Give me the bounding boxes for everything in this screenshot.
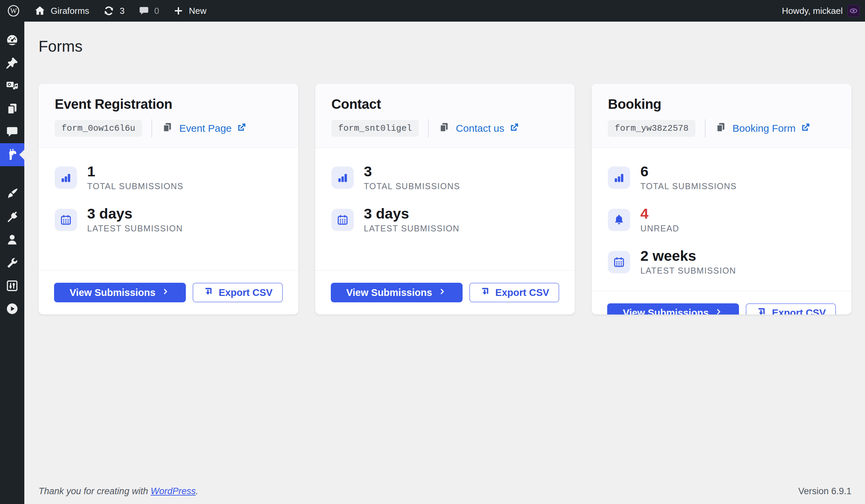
form-card-contact: Contact form_snt0ligel Contact us [315, 84, 575, 315]
stat-value: 3 days [364, 207, 460, 221]
sidebar-item-posts[interactable] [0, 51, 24, 74]
home-icon [34, 5, 46, 17]
download-icon [203, 286, 214, 299]
stat-unread: 4 UNREAD [608, 207, 835, 233]
pages-icon [5, 102, 19, 116]
plus-icon [173, 5, 184, 16]
card-footer: View Submissions Export CSV [592, 291, 852, 315]
stat-value: 6 [640, 164, 737, 179]
comments-menu[interactable]: 0 [131, 0, 166, 22]
main-content: Forms Event Registration form_0ow1c6l6u [24, 22, 865, 504]
dashboard-gauge-icon [5, 33, 19, 47]
calendar-icon [608, 251, 630, 273]
card-meta: form_yw38z2578 Booking Form [608, 119, 835, 138]
external-link-icon [800, 122, 811, 135]
footer-thanks-text: Thank you for creating with WordPress. [38, 486, 198, 496]
comment-bubble-icon [138, 5, 150, 16]
sidebar-item-appearance[interactable] [0, 183, 24, 206]
new-menu[interactable]: New [166, 0, 213, 22]
card-title: Event Registration [55, 97, 282, 112]
calendar-icon [55, 209, 77, 231]
wordpress-logo-menu[interactable]: W [0, 0, 27, 22]
view-submissions-button[interactable]: View Submissions [331, 283, 463, 302]
stat-value: 1 [87, 164, 184, 179]
meta-divider [705, 119, 705, 138]
site-menu[interactable]: Giraforms [27, 0, 96, 22]
sidebar-item-settings[interactable] [0, 274, 24, 297]
sidebar-item-comments[interactable] [0, 120, 24, 143]
sidebar-item-tools[interactable] [0, 251, 24, 274]
export-csv-label: Export CSV [495, 287, 550, 298]
form-id-badge: form_snt0ligel [332, 120, 419, 137]
stat-value: 3 days [87, 207, 183, 221]
bar-chart-icon [332, 166, 354, 189]
card-title: Contact [332, 97, 559, 112]
pages-icon [715, 121, 726, 136]
paintbrush-icon [5, 187, 19, 201]
play-circle-icon [5, 302, 19, 316]
page-footer: Thank you for creating with WordPress. V… [38, 486, 852, 496]
settings-sliders-icon [5, 279, 19, 293]
view-submissions-label: View Submissions [346, 287, 432, 298]
pages-icon [438, 121, 450, 136]
sidebar-item-dashboard[interactable] [0, 28, 24, 51]
card-footer: View Submissions Export CSV [315, 270, 575, 315]
chevron-right-icon [715, 307, 724, 315]
giraffe-icon [5, 148, 19, 162]
stat-total-submissions: 1 TOTAL SUBMISSIONS [55, 164, 282, 191]
form-card-booking: Booking form_yw38z2578 Booking Form [592, 84, 852, 315]
sidebar-item-pages[interactable] [0, 97, 24, 120]
new-label: New [189, 6, 206, 16]
stat-total-submissions: 3 TOTAL SUBMISSIONS [332, 164, 559, 191]
avatar [847, 5, 860, 17]
admin-sidebar [0, 22, 24, 504]
export-csv-button[interactable]: Export CSV [469, 283, 560, 302]
card-stats: 3 TOTAL SUBMISSIONS [315, 148, 575, 270]
bar-chart-icon [55, 166, 77, 189]
form-page-link[interactable]: Event Page [162, 121, 246, 136]
version-text: Version 6.9.1 [798, 486, 852, 496]
form-page-link-label: Booking Form [733, 122, 796, 134]
card-header: Contact form_snt0ligel Contact us [315, 84, 575, 148]
form-page-link-label: Event Page [179, 122, 231, 134]
export-csv-label: Export CSV [772, 307, 826, 315]
calendar-icon [332, 209, 354, 231]
site-name: Giraforms [51, 6, 89, 16]
plug-icon [5, 210, 19, 224]
page-title: Forms [38, 37, 852, 55]
form-page-link[interactable]: Contact us [438, 121, 519, 136]
sidebar-item-media[interactable] [0, 74, 24, 97]
pages-icon [162, 121, 173, 136]
view-submissions-button[interactable]: View Submissions [54, 283, 186, 302]
footer-thanks-prefix: Thank you for creating with [38, 486, 151, 496]
stat-latest-submission: 2 weeks LATEST SUBMISSION [608, 249, 835, 276]
form-page-link[interactable]: Booking Form [715, 121, 811, 136]
stat-label: LATEST SUBMISSION [640, 266, 736, 276]
account-menu[interactable]: Howdy, mickael [775, 5, 860, 17]
card-meta: form_snt0ligel Contact us [332, 119, 559, 138]
download-icon [480, 286, 490, 299]
export-csv-button[interactable]: Export CSV [746, 303, 836, 315]
bell-icon [608, 209, 630, 231]
stat-label: UNREAD [640, 224, 679, 233]
export-csv-button[interactable]: Export CSV [193, 283, 283, 302]
sidebar-item-users[interactable] [0, 228, 24, 251]
meta-divider [151, 119, 152, 138]
users-icon [5, 233, 19, 247]
wordpress-link[interactable]: WordPress [151, 486, 196, 496]
form-cards-row: Event Registration form_0ow1c6l6u Event … [38, 84, 852, 315]
updates-menu[interactable]: 3 [96, 0, 131, 22]
card-title: Booking [608, 97, 835, 112]
stat-label: LATEST SUBMISSION [87, 224, 183, 233]
download-icon [756, 306, 767, 315]
sidebar-item-giraforms[interactable] [0, 143, 24, 166]
view-submissions-label: View Submissions [70, 287, 155, 298]
sidebar-item-plugins[interactable] [0, 206, 24, 228]
card-header: Booking form_yw38z2578 Booking Form [592, 84, 852, 148]
stat-total-submissions: 6 TOTAL SUBMISSIONS [608, 164, 835, 191]
sidebar-item-collapse[interactable] [0, 297, 24, 320]
form-id-badge: form_0ow1c6l6u [55, 120, 142, 137]
form-id-badge: form_yw38z2578 [608, 120, 695, 137]
view-submissions-button[interactable]: View Submissions [607, 303, 739, 315]
stat-label: TOTAL SUBMISSIONS [87, 181, 184, 191]
